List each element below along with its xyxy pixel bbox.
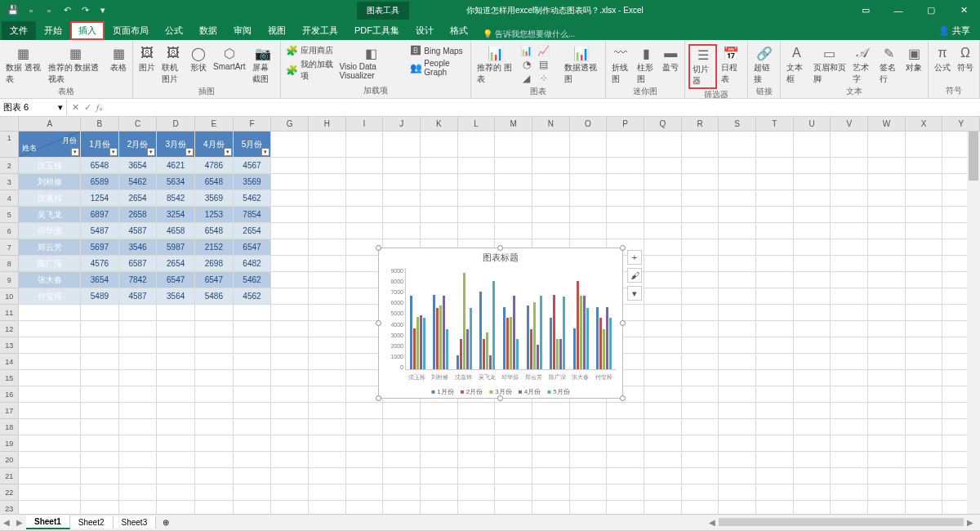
cell[interactable] [271, 305, 309, 321]
cell[interactable] [383, 207, 421, 223]
column-header[interactable]: C [119, 117, 158, 131]
cell[interactable] [906, 305, 943, 321]
area-chart-button[interactable]: ◢ [519, 72, 535, 85]
cell[interactable] [831, 305, 868, 321]
cell[interactable] [719, 354, 756, 370]
cell[interactable] [271, 321, 309, 337]
sparkline-line-button[interactable]: 〰折线图 [609, 44, 633, 86]
cell[interactable] [346, 403, 384, 419]
signature-button[interactable]: ✎签名行 [877, 44, 902, 86]
cell[interactable] [495, 190, 532, 207]
cell[interactable] [495, 452, 532, 468]
cell[interactable] [607, 484, 644, 501]
embedded-chart[interactable]: 图表标题 90008000700060005000400030002000100… [378, 248, 623, 399]
ribbon-display-icon[interactable]: ▭ [849, 0, 882, 20]
cell[interactable] [195, 435, 234, 452]
sheet-nav-prev[interactable]: ◀ [0, 518, 13, 527]
cell[interactable] [906, 207, 943, 223]
cell[interactable] [756, 419, 794, 435]
cell[interactable]: 6548 [81, 158, 119, 174]
cell[interactable] [831, 452, 868, 468]
slicer-button[interactable]: ☰切片器 [688, 44, 717, 89]
cell[interactable] [644, 337, 682, 354]
cell[interactable] [719, 132, 756, 158]
cell[interactable] [831, 321, 868, 337]
cell[interactable]: 4587 [119, 223, 158, 239]
cell[interactable]: 6548 [195, 174, 234, 190]
cell[interactable] [607, 452, 644, 468]
cell[interactable] [157, 354, 195, 370]
cell[interactable]: 6548 [195, 223, 234, 239]
visio-button[interactable]: ◧Visio Data Visualizer [337, 44, 407, 81]
cell[interactable] [794, 207, 831, 223]
cell[interactable]: 2654 [119, 190, 158, 207]
scatter-chart-button[interactable]: ⁘ [536, 72, 552, 85]
cell[interactable] [756, 272, 794, 288]
cell[interactable] [234, 452, 272, 468]
row-header[interactable]: 18 [0, 419, 19, 435]
cell[interactable] [682, 174, 719, 190]
cell[interactable]: 4587 [119, 288, 158, 305]
column-header[interactable]: A [19, 117, 81, 131]
cell[interactable] [309, 337, 346, 354]
cell[interactable] [421, 419, 458, 435]
cell[interactable] [81, 435, 119, 452]
bing-maps-button[interactable]: 🅱Bing Maps [408, 44, 467, 57]
cell[interactable] [458, 132, 496, 158]
qat-more-icon[interactable]: ▾ [96, 4, 109, 17]
sparkline-winloss-button[interactable]: ▬盈亏 [660, 44, 681, 74]
wordart-button[interactable]: 𝒜艺术字 [850, 44, 875, 86]
cell[interactable] [309, 190, 346, 207]
row-header[interactable]: 20 [0, 452, 19, 468]
cell[interactable]: 8542 [157, 190, 195, 207]
cell[interactable] [271, 468, 309, 484]
cell[interactable] [906, 468, 943, 484]
cell[interactable] [756, 174, 794, 190]
cell[interactable]: 张大春 [19, 272, 81, 288]
column-header[interactable]: J [383, 117, 421, 131]
cell[interactable]: 5462 [234, 190, 272, 207]
cell[interactable] [271, 435, 309, 452]
store-button[interactable]: 🧩应用商店 [284, 44, 336, 57]
cell[interactable] [271, 223, 309, 239]
cell[interactable] [682, 239, 719, 256]
cell[interactable] [532, 207, 570, 223]
tab-page-layout[interactable]: 页面布局 [105, 21, 157, 40]
cell[interactable] [234, 403, 272, 419]
cell[interactable] [794, 288, 831, 305]
cell[interactable] [831, 386, 868, 403]
cell[interactable] [495, 484, 532, 501]
cell[interactable] [157, 419, 195, 435]
cell[interactable] [81, 484, 119, 501]
cell[interactable] [19, 468, 81, 484]
cell[interactable] [756, 132, 794, 158]
select-all-corner[interactable] [0, 117, 19, 131]
cell[interactable] [682, 435, 719, 452]
cell[interactable] [119, 354, 158, 370]
cell[interactable] [271, 272, 309, 288]
cell[interactable] [19, 305, 81, 321]
online-pictures-button[interactable]: 🖼联机图片 [159, 44, 186, 86]
cell[interactable] [756, 256, 794, 272]
cell[interactable] [271, 386, 309, 403]
cell[interactable] [756, 452, 794, 468]
cell[interactable] [532, 452, 570, 468]
row-header[interactable]: 22 [0, 484, 19, 501]
cell[interactable] [119, 305, 158, 321]
cell[interactable]: 6547 [234, 239, 272, 256]
cell[interactable] [756, 370, 794, 386]
cell[interactable] [271, 419, 309, 435]
cell[interactable]: 吴飞龙 [19, 207, 81, 223]
cell[interactable]: 4562 [234, 288, 272, 305]
cell[interactable] [271, 174, 309, 190]
row-header[interactable]: 12 [0, 321, 19, 337]
tab-file[interactable]: 文件 [2, 21, 36, 40]
cell[interactable] [309, 484, 346, 501]
cell[interactable] [271, 452, 309, 468]
cell[interactable] [868, 288, 906, 305]
cell[interactable] [794, 223, 831, 239]
row-header[interactable]: 1 [0, 132, 19, 158]
cell[interactable] [309, 223, 346, 239]
cell[interactable] [309, 288, 346, 305]
hyperlink-button[interactable]: 🔗超链接 [751, 44, 777, 86]
